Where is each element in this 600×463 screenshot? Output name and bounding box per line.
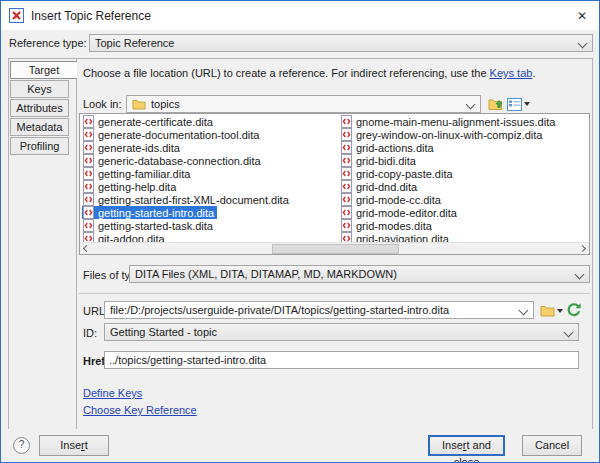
dita-file-icon <box>83 154 94 167</box>
dita-file-icon <box>83 128 94 141</box>
dita-file-icon <box>83 167 94 180</box>
insert-button[interactable]: Insert <box>39 435 109 456</box>
file-name: grey-window-on-linux-with-compiz.dita <box>356 129 542 141</box>
instruction-after: . <box>532 67 535 79</box>
file-item[interactable]: getting-started-first-XML-document.dita <box>82 193 292 206</box>
file-item[interactable]: generate-documentation-tool.dita <box>82 128 262 141</box>
id-select[interactable]: Getting Started - topic <box>104 323 579 341</box>
file-item[interactable]: getting-help.dita <box>82 180 179 193</box>
tab-profiling[interactable]: Profiling <box>10 137 69 155</box>
scroll-right-icon[interactable] <box>577 243 589 253</box>
file-name: grid-modes.dita <box>356 220 432 232</box>
file-name: grid-actions.dita <box>356 142 434 154</box>
file-item[interactable]: generic-database-connection.dita <box>82 154 264 167</box>
folder-icon <box>132 99 146 110</box>
cancel-button[interactable]: Cancel <box>522 435 582 456</box>
view-menu-button[interactable] <box>507 95 530 113</box>
dita-file-icon <box>83 206 94 219</box>
file-item[interactable]: getting-familiar.dita <box>82 167 193 180</box>
id-label: ID: <box>83 327 97 339</box>
url-combobox[interactable]: file:/D:/projects/userguide-private/DITA… <box>104 301 534 319</box>
tab-keys[interactable]: Keys <box>10 80 69 98</box>
keys-tab-link[interactable]: Keys tab <box>490 67 533 79</box>
file-name: grid-bidi.dita <box>356 155 416 167</box>
file-list[interactable]: generate-certificate.ditagenerate-docume… <box>79 113 590 255</box>
look-in-select[interactable]: topics <box>126 95 481 113</box>
tab-attributes[interactable]: Attributes <box>10 99 69 117</box>
folder-browse-icon <box>540 305 555 317</box>
dita-file-icon <box>341 206 352 219</box>
file-item[interactable]: grid-dnd.dita <box>340 180 420 193</box>
dialog-title: Insert Topic Reference <box>31 9 151 23</box>
scroll-left-icon[interactable] <box>80 243 92 253</box>
file-name: generate-certificate.dita <box>98 116 213 128</box>
file-name: getting-started-task.dita <box>98 220 213 232</box>
reference-type-select[interactable]: Topic Reference <box>89 34 593 52</box>
iac-label-pre: Inse <box>442 439 463 451</box>
file-name: generate-ids.dita <box>98 142 180 154</box>
file-item[interactable]: grid-actions.dita <box>340 141 437 154</box>
title-bar: Insert Topic Reference ✕ <box>1 1 599 30</box>
file-item[interactable]: grid-bidi.dita <box>340 154 419 167</box>
insert-label-pre: Inse <box>60 439 81 451</box>
chevron-down-icon <box>519 306 529 316</box>
file-item[interactable]: generate-ids.dita <box>82 141 183 154</box>
dita-file-icon <box>341 128 352 141</box>
dropdown-arrow-icon <box>557 309 563 313</box>
chevron-down-icon <box>564 328 574 338</box>
file-item[interactable]: grid-mode-editor.dita <box>340 206 460 219</box>
tab-target[interactable]: Target <box>10 61 77 79</box>
dita-file-icon <box>83 219 94 232</box>
file-item[interactable]: gnome-main-menu-alignment-issues.dita <box>340 115 558 128</box>
file-item[interactable]: grid-mode-cc.dita <box>340 193 444 206</box>
files-of-type-select[interactable]: DITA Files (XML, DITA, DITAMAP, MD, MARK… <box>129 265 590 283</box>
tab-content-divider <box>76 59 77 430</box>
footer-bar: ? Insert Insert and close Cancel <box>1 429 599 462</box>
refresh-icon <box>566 302 582 318</box>
horizontal-scrollbar[interactable] <box>80 242 589 254</box>
file-column-left: generate-certificate.ditagenerate-docume… <box>80 114 338 243</box>
file-name: getting-familiar.dita <box>98 168 190 180</box>
dita-file-icon <box>83 115 94 128</box>
file-item[interactable]: generate-certificate.dita <box>82 115 216 128</box>
choose-key-reference-link[interactable]: Choose Key Reference <box>83 404 197 416</box>
instruction-text: Choose a file location (URL) to create a… <box>83 67 535 79</box>
dita-file-icon <box>341 141 352 154</box>
oxygen-app-icon <box>9 8 24 25</box>
id-value: Getting Started - topic <box>110 326 217 338</box>
file-item[interactable]: grid-modes.dita <box>340 219 435 232</box>
refresh-button[interactable] <box>566 301 582 319</box>
look-in-value: topics <box>151 96 180 112</box>
tab-metadata[interactable]: Metadata <box>10 118 69 136</box>
dita-file-icon <box>83 141 94 154</box>
up-one-level-button[interactable] <box>488 95 504 113</box>
close-icon[interactable]: ✕ <box>574 8 590 24</box>
dita-file-icon <box>341 193 352 206</box>
separator <box>79 293 590 294</box>
file-item[interactable]: grid-copy-paste.dita <box>340 167 456 180</box>
browse-button[interactable] <box>540 302 563 320</box>
reference-type-label: Reference type: <box>9 37 87 49</box>
file-column-right: gnome-main-menu-alignment-issues.ditagre… <box>338 114 558 243</box>
files-of-type-value: DITA Files (XML, DITA, DITAMAP, MD, MARK… <box>135 268 397 280</box>
insert-topic-reference-dialog: Insert Topic Reference ✕ Reference type:… <box>0 0 600 463</box>
dita-file-icon <box>83 180 94 193</box>
scrollbar-thumb[interactable] <box>272 244 399 254</box>
help-icon[interactable]: ? <box>13 437 30 454</box>
file-item[interactable]: getting-started-intro.dita <box>82 206 217 219</box>
file-name: generate-documentation-tool.dita <box>98 129 259 141</box>
define-keys-link[interactable]: Define Keys <box>83 387 142 399</box>
chevron-down-icon <box>466 100 476 110</box>
dita-file-icon <box>341 115 352 128</box>
file-name: grid-mode-editor.dita <box>356 207 457 219</box>
instruction-before: Choose a file location (URL) to create a… <box>83 67 490 79</box>
dita-file-icon <box>83 193 94 206</box>
href-input[interactable]: ../topics/getting-started-intro.dita <box>104 351 579 369</box>
insert-and-close-button[interactable]: Insert and close <box>428 435 505 456</box>
dita-file-icon <box>341 154 352 167</box>
file-name: getting-started-first-XML-document.dita <box>98 194 289 206</box>
file-item[interactable]: grey-window-on-linux-with-compiz.dita <box>340 128 545 141</box>
file-item[interactable]: getting-started-task.dita <box>82 219 216 232</box>
look-in-label: Look in: <box>83 98 122 110</box>
dita-file-icon <box>341 180 352 193</box>
